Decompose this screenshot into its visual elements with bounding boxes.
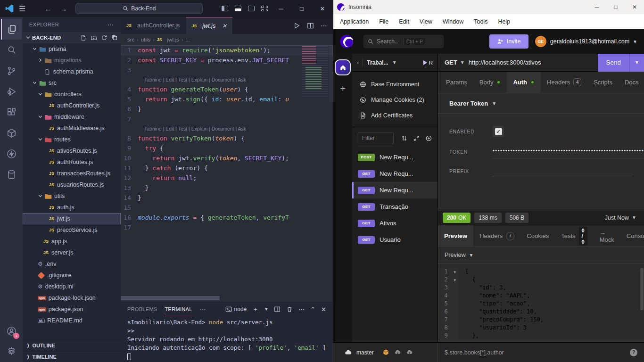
terminal-tab[interactable]: TERMINAL [165, 302, 192, 316]
request-get-new-requ-[interactable]: GETNew Requ... [352, 182, 438, 198]
fold-caret-icon[interactable]: ▼ [451, 268, 456, 276]
package-icon[interactable] [382, 349, 389, 356]
tree-item-migrations[interactable]: migrations [23, 55, 121, 66]
toggle-secondary-sidebar-icon[interactable] [248, 6, 255, 11]
branch-name[interactable]: master [356, 349, 374, 356]
outline-section[interactable]: ❭OUTLINE [23, 340, 121, 351]
tree-item-prisma[interactable]: prisma [23, 43, 121, 55]
auth-type-dropdown[interactable]: Bearer Token ▼ [438, 93, 644, 114]
split-terminal-icon[interactable] [274, 306, 281, 313]
tab-scripts[interactable]: Scripts [587, 72, 619, 93]
account-email[interactable]: geraldoluis1913@hotmail.com [550, 38, 629, 45]
explorer-more-icon[interactable]: ⋯ [107, 21, 114, 28]
close-tab-icon[interactable]: ✕ [222, 23, 227, 29]
tree-item-schema-prisma[interactable]: schema.prisma [23, 66, 121, 77]
method-selector[interactable]: GET ▼ [438, 59, 469, 66]
close-panel-icon[interactable]: ✕ [321, 306, 326, 313]
close-button[interactable]: ✕ [625, 0, 644, 14]
pull-icon[interactable] [394, 349, 401, 356]
tree-item-readme-md[interactable]: M↓README.md [23, 315, 121, 326]
tree-item-utils[interactable]: utils [23, 190, 121, 202]
push-icon[interactable] [406, 349, 413, 356]
forward-arrow-icon[interactable]: → [60, 5, 67, 13]
response-tab-cookies[interactable]: Cookies [520, 225, 555, 247]
database-icon[interactable] [1, 164, 22, 185]
response-tab-tests[interactable]: Tests0 / 0 [555, 225, 593, 247]
menu-help[interactable]: Help [498, 18, 510, 25]
layout-customize-icon[interactable] [261, 6, 268, 11]
invite-button[interactable]: Invite [489, 34, 528, 49]
preview-mode-dropdown[interactable]: Preview ▼ [438, 247, 644, 264]
tree-item-desktop-ini[interactable]: ⚙desktop.ini [23, 281, 121, 292]
workspace-caret-icon[interactable]: ▼ [392, 60, 397, 65]
search-sidebar-icon[interactable] [1, 40, 22, 60]
workspace-root-row[interactable]: BACK-END [23, 32, 121, 43]
menu-tools[interactable]: Tools [474, 18, 487, 25]
add-request-icon[interactable] [426, 135, 432, 141]
tree-item-authroutes-js[interactable]: JSauthRoutes.js [23, 156, 121, 168]
tree-item-authmiddleware-js[interactable]: JSauthMiddleware.js [23, 123, 121, 134]
maximize-panel-icon[interactable]: ⌃ [310, 306, 315, 313]
tree-item-routes[interactable]: routes [23, 134, 121, 145]
response-tab-headers[interactable]: Headers7 [473, 225, 520, 247]
expand-icon[interactable] [413, 135, 420, 141]
tab-docs[interactable]: Docs [619, 72, 644, 93]
tree-item-middleware[interactable]: middleware [23, 111, 121, 123]
panel-actions-more-icon[interactable]: ⋯ [298, 306, 305, 313]
refresh-icon[interactable] [101, 34, 107, 41]
new-terminal-icon[interactable]: ＋ [252, 305, 258, 313]
close-button[interactable]: ✕ [312, 0, 333, 17]
request-get-transa-o[interactable]: GETTransação [352, 198, 438, 215]
editor-scrollbar[interactable] [329, 45, 333, 102]
tree-item-jwt-js[interactable]: JSjwt.js [23, 213, 121, 224]
filter-help-icon[interactable]: ? [630, 349, 637, 356]
minimize-button[interactable]: ─ [271, 0, 291, 17]
back-button[interactable]: ‹ [357, 59, 359, 66]
breadcrumb[interactable]: src› utils› JS jwt.js› ... [121, 34, 333, 45]
prefix-input[interactable] [493, 166, 633, 176]
minimap[interactable] [302, 46, 328, 97]
request-get-ativos[interactable]: GETAtivos [352, 215, 438, 231]
maximize-button[interactable]: □ [291, 0, 312, 17]
menu-icon[interactable]: ☰ [19, 4, 25, 13]
run-debug-icon[interactable] [1, 81, 22, 102]
tab-headers[interactable]: Headers4 [541, 72, 587, 93]
new-file-icon[interactable] [80, 34, 87, 41]
request-post-new-requ-[interactable]: POSTNew Requ... [352, 149, 438, 165]
tab-authcontroller[interactable]: JS authController.js [121, 17, 186, 34]
tree-item-src[interactable]: src [23, 77, 121, 89]
kill-terminal-icon[interactable] [286, 306, 293, 313]
tree-item-server-js[interactable]: JSserver.js [23, 247, 121, 258]
request-get-new-requ-[interactable]: GETNew Requ... [352, 165, 438, 182]
response-tab-console[interactable]: Console [620, 225, 644, 247]
response-body-preview[interactable]: 1 ▼[2 ▼ {3 "id": 3,4 "nome": "AAPL",5 "t… [438, 264, 644, 342]
terminal-dropdown-icon[interactable]: ▼ [264, 307, 268, 312]
code-editor[interactable]: 1const jwt = require('jsonwebtoken');2co… [121, 45, 333, 302]
codelens-actions[interactable]: Tabnine | Edit | Test | Explain | Docume… [121, 124, 333, 133]
workspace-name[interactable]: Trabal... [367, 59, 388, 66]
tree-item--env[interactable]: ⚙.env [23, 258, 121, 270]
tab-params[interactable]: Params [440, 72, 473, 93]
response-tab-preview[interactable]: Preview [438, 225, 473, 247]
tree-item-package-lock-json[interactable]: npmpackage-lock.json [23, 292, 121, 304]
source-control-icon[interactable] [1, 60, 22, 81]
editor-more-icon[interactable]: ⋯ [321, 22, 327, 29]
settings-gear-icon[interactable] [1, 341, 22, 362]
request-get-usuario[interactable]: GETUsuario [352, 231, 438, 248]
menu-application[interactable]: Application [340, 18, 369, 25]
base-environment[interactable]: Base Environment [352, 76, 438, 92]
panel-more-icon[interactable]: ⋯ [200, 306, 206, 313]
send-button[interactable]: Send ▼ [598, 54, 644, 72]
toggle-sidebar-icon[interactable] [222, 6, 228, 11]
new-folder-icon[interactable] [91, 34, 97, 41]
tree-item-app-js[interactable]: JSapp.js [23, 236, 121, 247]
maximize-button[interactable]: □ [606, 0, 625, 14]
tree-item-package-json[interactable]: npmpackage.json [23, 304, 121, 315]
tree-item-controllers[interactable]: controllers [23, 89, 121, 100]
editor-hscrollbar[interactable] [121, 296, 220, 300]
menu-edit[interactable]: Edit [399, 18, 409, 25]
manage-cookies-2-[interactable]: Manage Cookies (2) [352, 92, 438, 107]
split-editor-icon[interactable] [307, 22, 314, 29]
menu-window[interactable]: Window [443, 18, 463, 25]
tab-auth[interactable]: Auth [507, 72, 541, 93]
